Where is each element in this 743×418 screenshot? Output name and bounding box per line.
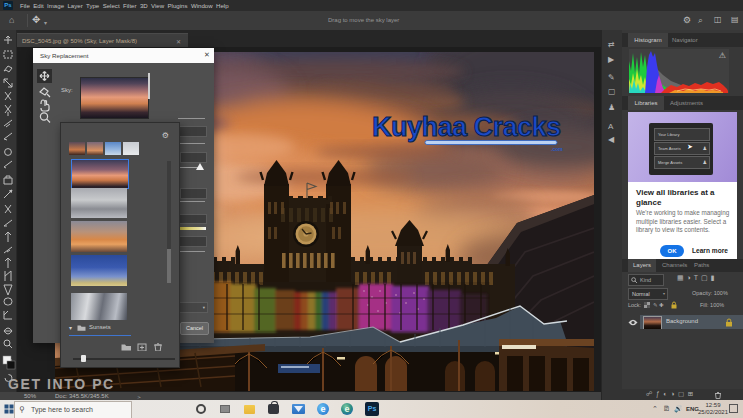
svg-text:.com: .com [551,146,563,152]
svg-text:Kuyhaa Cracks: Kuyhaa Cracks [372,112,561,142]
